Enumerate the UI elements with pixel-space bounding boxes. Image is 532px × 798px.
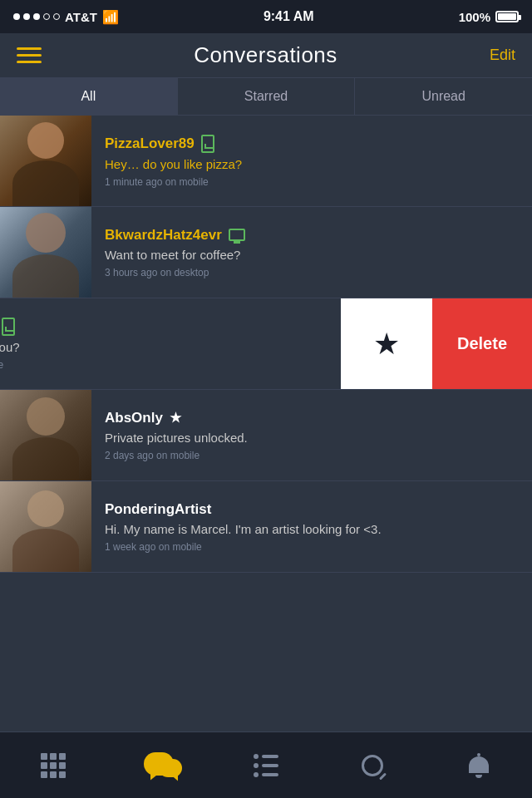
nav-notifications-button[interactable] xyxy=(454,741,504,791)
hamburger-line-3 xyxy=(17,61,42,63)
wifi-icon: 📶 xyxy=(102,9,119,25)
list-icon xyxy=(254,754,278,777)
tab-bar: All Starred Unread xyxy=(0,78,532,116)
convo-content-4: AbsOnly ★ Private pictures unlocked. 2 d… xyxy=(91,390,532,480)
convo-content-1: PizzaLover89 Hey… do you like pizza? 1 m… xyxy=(91,116,532,206)
mobile-online-icon-3 xyxy=(2,318,15,336)
convo-item-3[interactable]: Booty4Days I'm ready. Are you? Yesterday… xyxy=(0,298,532,390)
nav-bar: Conversations Edit xyxy=(0,33,532,78)
status-bar: AT&T 📶 9:41 AM 100% xyxy=(0,0,532,33)
signal-dot-1 xyxy=(13,13,20,20)
signal-dot-5 xyxy=(53,13,60,20)
hamburger-line-1 xyxy=(17,47,42,50)
convo-message-1: Hey… do you like pizza? xyxy=(105,157,519,171)
convo-main-1: PizzaLover89 Hey… do you like pizza? 1 m… xyxy=(0,116,532,206)
convo-content-2: BkwardzHatz4evr Want to meet for coffee?… xyxy=(91,207,532,298)
convo-message-5: Hi. My name is Marcel. I'm an artist loo… xyxy=(105,522,519,536)
signal-dot-2 xyxy=(23,13,30,20)
convo-item-2[interactable]: BkwardzHatz4evr Want to meet for coffee?… xyxy=(0,207,532,298)
battery-fill xyxy=(498,13,516,20)
convo-time-1: 1 minute ago on mobile xyxy=(105,176,519,188)
convo-item-5[interactable]: PonderingArtist Hi. My name is Marcel. I… xyxy=(0,481,532,573)
convo-message-4: Private pictures unlocked. xyxy=(105,431,519,445)
nav-search-button[interactable] xyxy=(347,741,397,791)
convo-time-4: 2 days ago on mobile xyxy=(105,450,519,461)
bell-icon xyxy=(468,753,490,778)
convo-name-2: BkwardzHatz4evr xyxy=(105,227,519,244)
battery-label: 100% xyxy=(459,10,490,24)
convo-time-5: 1 week ago on mobile xyxy=(105,541,519,553)
delete-action-button[interactable]: Delete xyxy=(432,298,532,389)
status-left: AT&T 📶 xyxy=(13,9,119,25)
conversations-list: PizzaLover89 Hey… do you like pizza? 1 m… xyxy=(0,116,532,573)
status-right: 100% xyxy=(459,10,519,24)
edit-button[interactable]: Edit xyxy=(490,47,515,64)
convo-message-3: I'm ready. Are you? xyxy=(0,340,328,354)
convo-main-5: PonderingArtist Hi. My name is Marcel. I… xyxy=(0,481,532,572)
hamburger-menu[interactable] xyxy=(17,47,42,63)
convo-name-1: PizzaLover89 xyxy=(105,135,519,153)
avatar-person-2 xyxy=(0,207,91,298)
convo-main-4: AbsOnly ★ Private pictures unlocked. 2 d… xyxy=(0,390,532,480)
avatar-person-4 xyxy=(0,390,91,480)
convo-name-3: Booty4Days xyxy=(0,318,328,336)
convo-main-3: Booty4Days I'm ready. Are you? Yesterday… xyxy=(0,298,341,389)
convo-content-3: Booty4Days I'm ready. Are you? Yesterday… xyxy=(0,298,341,389)
signal-dots xyxy=(13,13,60,20)
avatar-1 xyxy=(0,116,91,206)
convo-item-4[interactable]: AbsOnly ★ Private pictures unlocked. 2 d… xyxy=(0,390,532,481)
avatar-person-1 xyxy=(0,116,91,206)
nav-grid-button[interactable] xyxy=(28,741,78,791)
search-icon xyxy=(362,755,383,776)
convo-item-1[interactable]: PizzaLover89 Hey… do you like pizza? 1 m… xyxy=(0,116,532,207)
status-time: 9:41 AM xyxy=(264,9,314,24)
convo-time-3: Yesterday on mobile xyxy=(0,359,328,371)
signal-dot-4 xyxy=(43,13,50,20)
star-action-button[interactable]: ★ xyxy=(341,298,432,389)
star-icon: ★ xyxy=(373,327,400,362)
avatar-4 xyxy=(0,390,91,480)
battery-icon xyxy=(495,11,519,22)
grid-icon xyxy=(41,753,66,778)
tab-all[interactable]: All xyxy=(0,78,178,115)
convo-content-5: PonderingArtist Hi. My name is Marcel. I… xyxy=(91,481,532,572)
convo-time-2: 3 hours ago on desktop xyxy=(105,267,519,278)
signal-dot-3 xyxy=(33,13,40,20)
bottom-nav xyxy=(0,732,532,798)
carrier-label: AT&T xyxy=(65,10,97,24)
nav-list-button[interactable] xyxy=(241,741,291,791)
convo-name-4: AbsOnly ★ xyxy=(105,410,519,426)
convo-main-2: BkwardzHatz4evr Want to meet for coffee?… xyxy=(0,207,532,298)
page-title: Conversations xyxy=(194,42,337,68)
chat-bubble-secondary xyxy=(159,759,182,777)
convo-message-2: Want to meet for coffee? xyxy=(105,248,519,262)
avatar-5 xyxy=(0,481,91,572)
tab-starred[interactable]: Starred xyxy=(178,78,356,115)
starred-icon-4: ★ xyxy=(170,410,181,426)
desktop-online-icon-2 xyxy=(229,229,245,241)
hamburger-line-2 xyxy=(17,54,42,57)
avatar-person-5 xyxy=(0,481,91,572)
convo-name-5: PonderingArtist xyxy=(105,501,519,518)
avatar-2 xyxy=(0,207,91,298)
tab-unread[interactable]: Unread xyxy=(355,78,532,115)
swipe-actions-3: ★ Delete xyxy=(341,298,532,389)
chat-icon xyxy=(144,752,175,779)
mobile-online-icon-1 xyxy=(201,135,214,153)
nav-chat-button[interactable] xyxy=(135,741,185,791)
